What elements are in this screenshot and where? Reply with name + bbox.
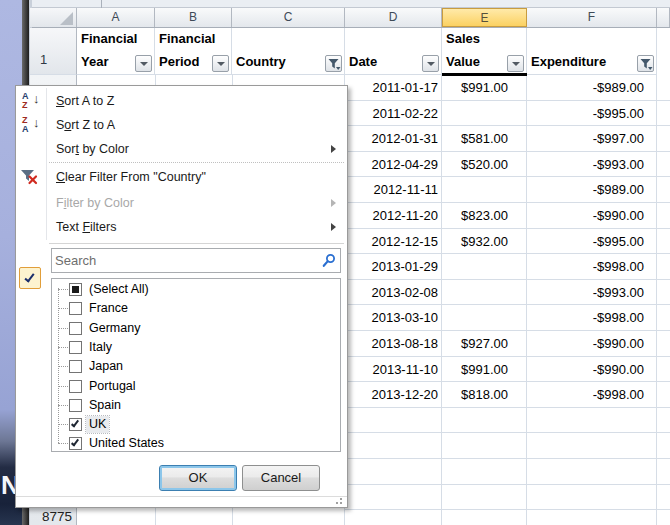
cell-date[interactable]: 2011-02-22 <box>345 101 442 126</box>
menu-item-text-filters[interactable]: Text Filters <box>17 215 346 239</box>
filter-list-label[interactable]: UK <box>86 416 109 433</box>
cell-date[interactable] <box>345 433 442 458</box>
row-header-1[interactable]: 1 <box>30 28 77 75</box>
checkbox-checked[interactable] <box>69 418 82 431</box>
cell-expenditure[interactable]: -$989.00 <box>527 177 657 202</box>
column-header-f[interactable]: F <box>527 8 657 27</box>
cell-sales-value[interactable] <box>442 280 527 305</box>
cell-date[interactable] <box>345 459 442 484</box>
cell-expenditure[interactable] <box>527 408 657 433</box>
cell-date[interactable]: 2012-11-11 <box>345 177 442 202</box>
filter-active-button[interactable] <box>325 55 342 72</box>
cell-date[interactable] <box>345 408 442 433</box>
cell-expenditure[interactable]: -$995.00 <box>527 101 657 126</box>
filter-list-label[interactable]: Japan <box>86 358 126 375</box>
filter-list-label[interactable]: United States <box>86 435 167 452</box>
resize-gripper[interactable] <box>336 502 338 504</box>
filter-list-item[interactable]: Spain <box>52 396 340 415</box>
column-header-d[interactable]: D <box>345 8 442 27</box>
filter-dropdown-button[interactable] <box>422 55 439 72</box>
menu-item-sort-z-to-a[interactable]: ZA↓Sort Z to A <box>17 113 346 137</box>
cell-sales-value[interactable]: $823.00 <box>442 203 527 228</box>
menu-item-sort-by-color[interactable]: Sort by Color <box>17 137 346 161</box>
cell-expenditure[interactable]: -$998.00 <box>527 305 657 330</box>
filter-list-label[interactable]: France <box>86 300 131 317</box>
cell-date[interactable]: 2013-03-10 <box>345 305 442 330</box>
cell-date[interactable]: 2011-01-17 <box>345 75 442 100</box>
cell-expenditure[interactable]: -$997.00 <box>527 126 657 151</box>
cell-expenditure[interactable]: -$995.00 <box>527 229 657 254</box>
header-cell-value[interactable]: SalesValue <box>442 28 527 75</box>
cell-sales-value[interactable] <box>442 433 527 458</box>
search-input[interactable] <box>55 251 315 270</box>
header-cell-period[interactable]: FinancialPeriod <box>155 28 232 75</box>
checkbox-checked[interactable] <box>69 437 82 450</box>
checkbox-unchecked[interactable] <box>69 322 82 335</box>
resize-gripper[interactable] <box>340 498 342 500</box>
filter-list-item[interactable]: Germany <box>52 319 340 338</box>
cell-sales-value[interactable]: $818.00 <box>442 382 527 407</box>
filter-dropdown-button[interactable] <box>212 55 229 72</box>
filter-list-item[interactable]: (Select All) <box>52 280 340 299</box>
filter-list-label[interactable]: Germany <box>86 320 143 337</box>
checkbox-unchecked[interactable] <box>69 380 82 393</box>
cell-date[interactable]: 2012-01-31 <box>345 126 442 151</box>
menu-item-clear-filter[interactable]: Clear Filter From "Country" <box>17 165 346 189</box>
filter-dropdown-button[interactable] <box>135 55 152 72</box>
cell-sales-value[interactable]: $520.00 <box>442 152 527 177</box>
cell-sales-value[interactable] <box>442 101 527 126</box>
cell-sales-value[interactable] <box>442 459 527 484</box>
menu-item-filter-by-color[interactable]: Filter by Color <box>17 191 346 215</box>
column-header-e[interactable]: E <box>442 8 527 27</box>
column-header-b[interactable]: B <box>155 8 232 27</box>
cell-expenditure[interactable]: -$993.00 <box>527 280 657 305</box>
cell-date[interactable]: 2013-08-18 <box>345 331 442 356</box>
filter-list-item[interactable]: United States <box>52 434 340 452</box>
cell-expenditure[interactable] <box>527 510 657 525</box>
cell-sales-value[interactable]: $932.00 <box>442 229 527 254</box>
cell-expenditure[interactable]: -$998.00 <box>527 382 657 407</box>
cell-expenditure[interactable] <box>527 485 657 510</box>
select-all-corner[interactable] <box>30 8 77 27</box>
checkbox-unchecked[interactable] <box>69 302 82 315</box>
cell-expenditure[interactable] <box>527 433 657 458</box>
filter-list-item[interactable]: Japan <box>52 357 340 376</box>
filter-list-label[interactable]: Spain <box>86 397 124 414</box>
cell-date[interactable]: 2013-01-29 <box>345 254 442 279</box>
cell-date[interactable]: 2013-11-10 <box>345 357 442 382</box>
cancel-button[interactable]: Cancel <box>242 465 320 491</box>
cell-sales-value[interactable] <box>442 177 527 202</box>
checkbox-unchecked[interactable] <box>69 399 82 412</box>
cell-sales-value[interactable] <box>442 510 527 525</box>
cell-sales-value[interactable]: $927.00 <box>442 331 527 356</box>
cell-expenditure[interactable]: -$990.00 <box>527 203 657 228</box>
cell-expenditure[interactable] <box>527 459 657 484</box>
checkbox-unchecked[interactable] <box>69 360 82 373</box>
cell-sales-value[interactable] <box>442 305 527 330</box>
cell-date[interactable] <box>345 510 442 525</box>
resize-gripper[interactable] <box>340 502 342 504</box>
header-cell-year[interactable]: FinancialYear <box>77 28 155 75</box>
filter-list-label[interactable]: Portugal <box>86 378 139 395</box>
cell-expenditure[interactable]: -$989.00 <box>527 75 657 100</box>
column-header-c[interactable]: C <box>232 8 345 27</box>
row-header-8775[interactable]: 8775 <box>30 508 77 525</box>
cell-sales-value[interactable] <box>442 254 527 279</box>
header-cell-date[interactable]: Date <box>345 28 442 75</box>
filter-list-label[interactable]: (Select All) <box>86 281 152 298</box>
cell-date[interactable] <box>345 485 442 510</box>
cell-date[interactable]: 2012-11-20 <box>345 203 442 228</box>
cell-sales-value[interactable]: $991.00 <box>442 357 527 382</box>
checkbox-unchecked[interactable] <box>69 341 82 354</box>
cell-date[interactable]: 2013-12-20 <box>345 382 442 407</box>
cell-date[interactable]: 2013-02-08 <box>345 280 442 305</box>
cell-expenditure[interactable]: -$990.00 <box>527 357 657 382</box>
header-cell-country[interactable]: Country <box>232 28 345 75</box>
column-header-a[interactable]: A <box>77 8 155 27</box>
filter-list-item[interactable]: Portugal <box>52 377 340 396</box>
menu-item-sort-a-to-z[interactable]: AZ↓Sort A to Z <box>17 89 346 113</box>
filter-list-item[interactable]: Italy <box>52 338 340 357</box>
cell-expenditure[interactable]: -$993.00 <box>527 152 657 177</box>
filter-dropdown-button[interactable] <box>507 55 524 72</box>
ok-button[interactable]: OK <box>159 465 237 491</box>
